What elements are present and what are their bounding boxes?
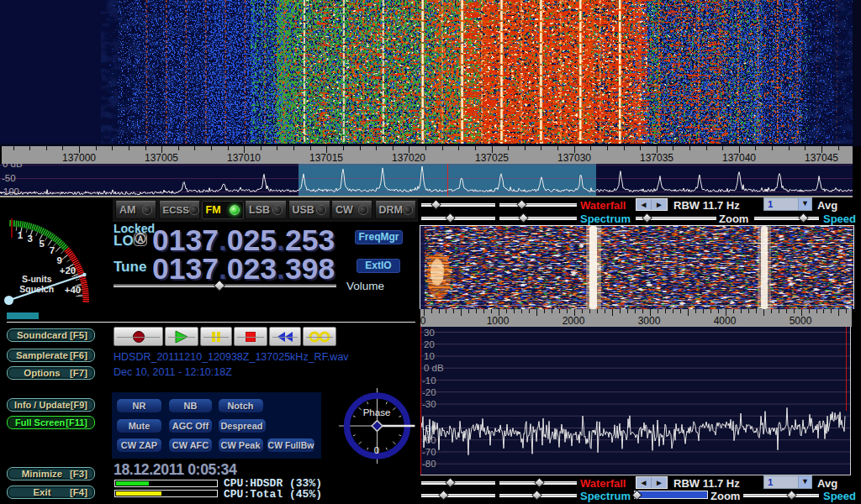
svg-text:-10: -10 (422, 375, 436, 386)
svg-text:+20: +20 (60, 265, 77, 276)
svg-text:-30: -30 (422, 399, 436, 409)
svg-text:30: 30 (424, 328, 435, 338)
svg-text:10: 10 (424, 351, 435, 361)
svg-text:-70: -70 (422, 447, 436, 457)
svg-text:Squelch: Squelch (19, 284, 54, 294)
svg-text:20: 20 (424, 339, 435, 349)
svg-text:-20: -20 (422, 387, 436, 397)
svg-text:5: 5 (39, 239, 45, 249)
svg-text:3: 3 (27, 234, 32, 244)
svg-text:-80: -80 (422, 459, 436, 469)
svg-text:1: 1 (18, 230, 24, 240)
svg-text:9: 9 (56, 255, 61, 265)
svg-text:7: 7 (50, 245, 55, 255)
svg-text:+40: +40 (65, 285, 82, 295)
svg-text:0 dB: 0 dB (424, 363, 444, 373)
svg-text:S-units: S-units (22, 274, 52, 284)
